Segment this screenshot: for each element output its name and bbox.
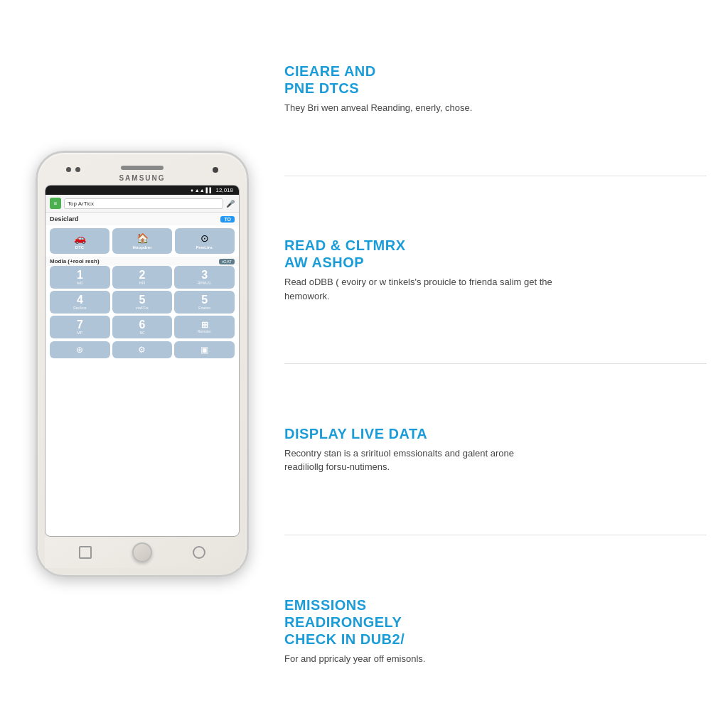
- phone-speaker: [121, 166, 164, 170]
- signal-icon: ♦ ▲▲ ▌▌: [191, 188, 213, 193]
- feature-4-desc: For and ppricaly year off emisonls.: [284, 652, 555, 666]
- home-btn[interactable]: [132, 542, 152, 562]
- num-btn-5b[interactable]: 5 Enatice: [174, 291, 235, 314]
- feature-2: READ & CLTMRXAW ASHOP Read oDBB ( evoiry…: [284, 228, 707, 311]
- num-label-2: HPI: [139, 281, 145, 285]
- num-btn-3[interactable]: 3 RPWUS.: [174, 266, 235, 289]
- num-4: 4: [77, 294, 83, 306]
- num-label-7: MP: [77, 331, 83, 335]
- dashboard-badge: TO: [220, 216, 235, 223]
- module-title: Modla (+rool resh): [50, 258, 100, 264]
- dtc-label: DTC: [75, 245, 84, 250]
- camera-dot-2: [75, 167, 80, 172]
- num-5a: 5: [139, 294, 146, 306]
- divider-1: [284, 176, 707, 176]
- num-3: 3: [201, 269, 208, 281]
- num-btn-2[interactable]: 2 HPI: [112, 266, 173, 289]
- feature-3-title: DISPLAY LIVE DATA: [284, 425, 707, 442]
- recents-btn[interactable]: [193, 546, 205, 559]
- num-6: 6: [139, 319, 146, 331]
- hoopdrer-button[interactable]: 🏠 Hoopdrer: [112, 228, 172, 254]
- main-container: SAMSUNG ♦ ▲▲ ▌▌ 12,018 ≡ Top ArTicx 🎤: [0, 0, 728, 728]
- num-label-5b: Enatice: [198, 306, 210, 310]
- feature-1-title: CIEARE ANDPNE DTCS: [284, 63, 707, 97]
- features-panel: CIEARE ANDPNE DTCS They Bri wen anveal R…: [284, 14, 707, 714]
- phone-cameras: [66, 167, 80, 172]
- feature-1-desc: They Bri wen anveal Reanding, enerly, ch…: [284, 101, 555, 115]
- dtc-button[interactable]: 🚗 DTC: [50, 228, 109, 254]
- num-7: 7: [77, 319, 83, 331]
- num-btn-5a[interactable]: 5 stwFFrx: [112, 291, 173, 314]
- num-label-3: RPWUS.: [198, 281, 212, 285]
- target-btn[interactable]: ⊕: [50, 341, 110, 358]
- num-5b: 5: [201, 294, 208, 306]
- phone-bottom-nav: [45, 537, 240, 568]
- remote-icon: ⊞: [201, 321, 208, 329]
- car-icon: 🚗: [74, 232, 86, 244]
- feature-1: CIEARE ANDPNE DTCS They Bri wen anveal R…: [284, 54, 707, 124]
- divider-2: [284, 363, 707, 364]
- feature-2-title: READ & CLTMRXAW ASHOP: [284, 237, 707, 271]
- num-label-4: RerArce: [73, 306, 86, 310]
- num-btn-1[interactable]: 1 lwG: [50, 266, 110, 289]
- module-header: Modla (+rool resh) tGAT: [46, 257, 239, 266]
- storage-btn[interactable]: ▣: [174, 341, 235, 358]
- phone-device: SAMSUNG ♦ ▲▲ ▌▌ 12,018 ≡ Top ArTicx 🎤: [36, 151, 249, 577]
- phone-brand: SAMSUNG: [45, 174, 240, 185]
- module-badge: tGAT: [219, 259, 235, 264]
- num-1: 1: [77, 269, 83, 281]
- number-grid: 1 lwG 2 HPI 3 RPWUS. 4 RerArce: [46, 266, 239, 341]
- hoopdrer-label: Hoopdrer: [133, 245, 152, 250]
- fewlire-label: FewLire:: [196, 245, 214, 250]
- icon-grid: 🚗 DTC 🏠 Hoopdrer ⊙ FewLire:: [46, 225, 239, 257]
- search-bar: ≡ Top ArTicx 🎤: [46, 195, 239, 213]
- feature-4: EMISSIONSREADIRONGELYCHECK IN DUB2/ For …: [284, 588, 707, 675]
- house-icon: 🏠: [136, 232, 149, 244]
- num-label-1: lwG: [77, 281, 83, 285]
- fewlire-button[interactable]: ⊙ FewLire:: [175, 228, 235, 254]
- num-btn-6[interactable]: 6 NC: [112, 316, 173, 338]
- settings-btn[interactable]: ⚙: [112, 341, 173, 358]
- phone-screen: ♦ ▲▲ ▌▌ 12,018 ≡ Top ArTicx 🎤 Desiclard …: [45, 185, 240, 537]
- feature-2-desc: Read oDBB ( evoiry or w tinkels's prouic…: [284, 275, 555, 303]
- front-camera: [213, 167, 218, 173]
- feature-4-title: EMISSIONSREADIRONGELYCHECK IN DUB2/: [284, 596, 707, 648]
- dashboard-header: Desiclard TO: [46, 213, 239, 225]
- phone-wrapper: SAMSUNG ♦ ▲▲ ▌▌ 12,018 ≡ Top ArTicx 🎤: [21, 14, 263, 714]
- bottom-icon-row: ⊕ ⚙ ▣: [46, 341, 239, 361]
- num-2: 2: [139, 269, 146, 281]
- mic-icon[interactable]: 🎤: [226, 200, 235, 208]
- remote-label: Remoier.: [198, 329, 212, 333]
- remote-btn[interactable]: ⊞ Remoier.: [174, 316, 235, 338]
- num-label-6: NC: [139, 331, 144, 335]
- num-label-5a: stwFFrx: [136, 306, 149, 310]
- feature-3-desc: Recontry stan is a srirituol emssionalts…: [284, 446, 555, 474]
- back-btn[interactable]: [79, 546, 92, 559]
- phone-top: [45, 160, 240, 174]
- num-btn-4[interactable]: 4 RerArce: [50, 291, 110, 314]
- search-input[interactable]: Top ArTicx: [64, 198, 223, 209]
- app-icon: ≡: [50, 198, 61, 209]
- feature-3: DISPLAY LIVE DATA Recontry stan is a sri…: [284, 417, 707, 483]
- num-btn-7[interactable]: 7 MP: [50, 316, 110, 338]
- camera-dot-1: [66, 167, 71, 172]
- time-display: 12,018: [216, 187, 233, 193]
- circle-icon: ⊙: [200, 232, 209, 244]
- dashboard-title: Desiclard: [50, 215, 79, 223]
- status-bar: ♦ ▲▲ ▌▌ 12,018: [46, 186, 239, 195]
- app-icon-symbol: ≡: [54, 200, 58, 207]
- divider-3: [284, 535, 707, 535]
